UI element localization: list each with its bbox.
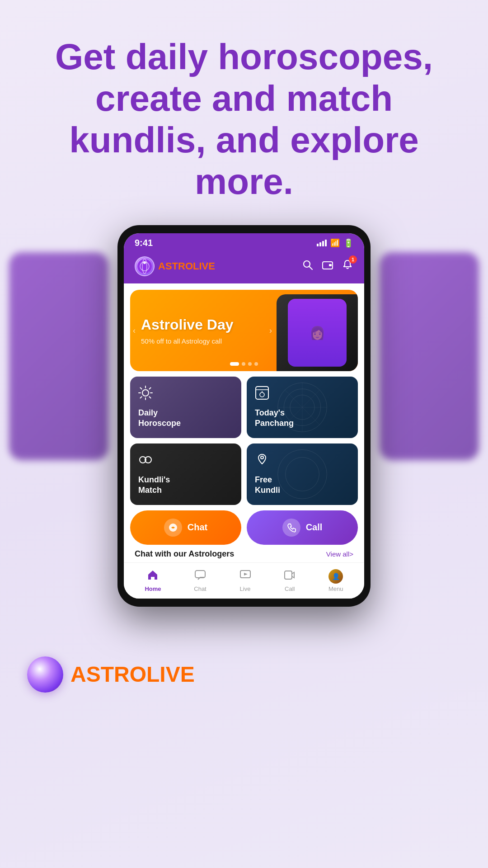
svg-point-0 xyxy=(137,259,152,274)
brand-orb xyxy=(27,656,63,693)
banner-content: Astrolive Day 50% off to all Astrology c… xyxy=(141,316,234,344)
banner-dots xyxy=(230,362,258,366)
daily-horoscope-label: DailyHoroscope xyxy=(138,408,233,429)
nav-menu-label: Menu xyxy=(328,585,343,592)
nav-call-label: Call xyxy=(285,585,295,592)
wifi-icon: 📶 xyxy=(330,238,340,248)
device-wrapper: 9:41 📶 🔋 xyxy=(0,225,488,634)
status-time: 9:41 xyxy=(135,238,153,248)
svg-line-14 xyxy=(150,397,151,398)
nav-home-label: Home xyxy=(145,585,161,592)
nav-item-chat[interactable]: Chat xyxy=(194,569,206,592)
dot-4 xyxy=(254,362,258,366)
battery-icon: 🔋 xyxy=(343,238,353,248)
svg-line-5 xyxy=(310,267,313,270)
free-kundli-bg xyxy=(247,443,358,505)
card-daily-horoscope[interactable]: DailyHoroscope xyxy=(130,377,241,438)
app-logo: ASTROLIVE xyxy=(135,256,215,276)
logo-orb xyxy=(135,256,155,276)
panchang-bg xyxy=(247,377,358,438)
bottom-navigation: Home Chat xyxy=(124,562,364,599)
banner-phone-image: 👩 xyxy=(277,294,358,371)
svg-point-31 xyxy=(286,457,319,491)
call-button-label: Call xyxy=(306,522,323,533)
chat-button-icon xyxy=(164,519,182,537)
dot-1 xyxy=(230,362,239,366)
svg-line-16 xyxy=(141,397,142,398)
nav-live-label: Live xyxy=(240,585,251,592)
brand-text: ASTROLIVE xyxy=(70,662,195,687)
section-title: Chat with our Astrologers xyxy=(135,549,234,559)
tablet-screen: 9:41 📶 🔋 xyxy=(124,233,364,599)
svg-rect-7 xyxy=(329,264,332,266)
banner-title: Astrolive Day xyxy=(141,316,234,333)
status-bar: 9:41 📶 🔋 xyxy=(124,233,364,252)
banner-arrow-right[interactable]: › xyxy=(269,326,272,335)
banner-subtitle: 50% off to all Astrology call xyxy=(141,337,234,345)
card-free-kundli[interactable]: FreeKundli xyxy=(247,443,358,505)
nav-chat-label: Chat xyxy=(194,585,206,592)
nav-item-call[interactable]: Call xyxy=(284,569,296,592)
svg-rect-34 xyxy=(195,571,205,578)
nav-item-live[interactable]: Live xyxy=(239,569,251,592)
banner-arrow-left[interactable]: ‹ xyxy=(133,326,136,335)
svg-point-30 xyxy=(278,449,327,499)
wallet-icon[interactable] xyxy=(322,259,333,274)
header-icons: 1 xyxy=(302,259,353,274)
signal-icon xyxy=(317,240,327,246)
dot-2 xyxy=(242,362,245,366)
daily-horoscope-icon xyxy=(138,386,233,403)
logo-text: ASTROLIVE xyxy=(158,260,215,272)
bottom-brand: ASTROLIVE xyxy=(0,634,488,720)
live-nav-icon xyxy=(239,569,251,584)
search-icon[interactable] xyxy=(302,259,314,274)
nav-item-home[interactable]: Home xyxy=(145,569,161,592)
card-kundli-match[interactable]: Kundli'sMatch xyxy=(130,443,241,505)
svg-point-8 xyxy=(142,390,149,396)
chat-button-label: Chat xyxy=(188,522,207,533)
call-button[interactable]: Call xyxy=(247,510,358,545)
chat-button[interactable]: Chat xyxy=(130,510,241,545)
menu-avatar: 👤 xyxy=(328,569,343,584)
section-header: Chat with our Astrologers View all> xyxy=(124,545,364,562)
hero-title: Get daily horoscopes, create and match k… xyxy=(27,36,461,203)
notification-bell-icon[interactable]: 1 xyxy=(342,259,353,274)
app-header: ASTROLIVE xyxy=(124,252,364,283)
svg-rect-37 xyxy=(285,571,292,579)
status-icons: 📶 🔋 xyxy=(317,238,353,248)
nav-item-menu[interactable]: 👤 Menu xyxy=(328,569,343,592)
svg-line-13 xyxy=(141,388,142,389)
promo-banner[interactable]: Astrolive Day 50% off to all Astrology c… xyxy=(130,290,358,371)
hero-section: Get daily horoscopes, create and match k… xyxy=(0,0,488,225)
dot-3 xyxy=(248,362,252,366)
notification-badge: 1 xyxy=(349,255,357,264)
card-todays-panchang[interactable]: Today'sPanchang xyxy=(247,377,358,438)
call-button-icon xyxy=(282,519,300,537)
svg-line-15 xyxy=(150,388,151,389)
side-phone-left xyxy=(9,252,108,460)
kundli-match-icon xyxy=(138,453,233,470)
side-phone-right xyxy=(380,252,479,460)
view-all-link[interactable]: View all> xyxy=(326,550,353,558)
chat-nav-icon xyxy=(194,569,206,584)
kundli-match-label: Kundli'sMatch xyxy=(138,475,233,496)
cta-row: Chat Call xyxy=(130,510,358,545)
tablet: 9:41 📶 🔋 xyxy=(117,225,371,607)
svg-marker-36 xyxy=(244,573,248,576)
home-icon xyxy=(147,569,159,584)
feature-cards-grid: DailyHoroscope xyxy=(130,377,358,505)
svg-point-3 xyxy=(143,261,146,264)
call-nav-icon xyxy=(284,569,296,584)
phone-screen-mini: 👩 xyxy=(288,299,347,367)
